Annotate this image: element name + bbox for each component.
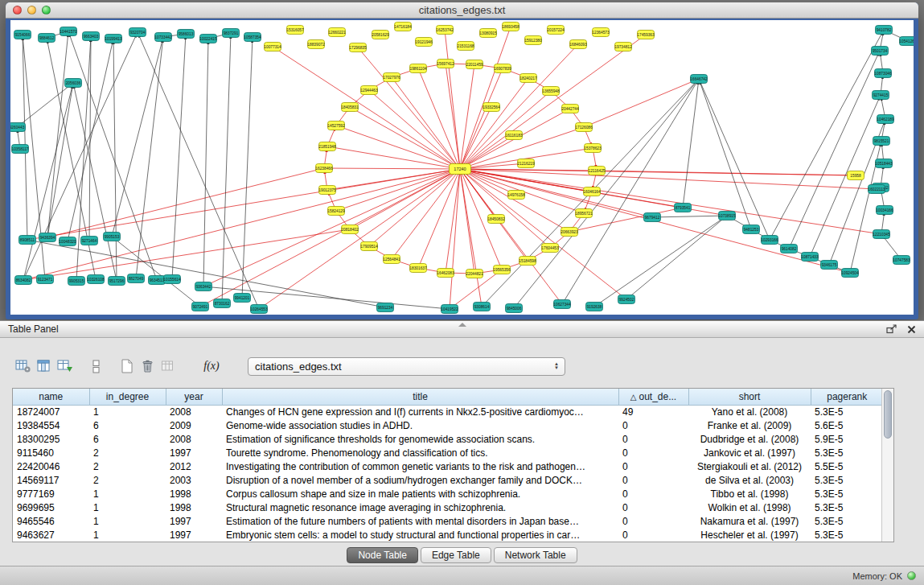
graph-edge[interactable] — [789, 51, 880, 249]
graph-node[interactable]: 10738915 — [718, 212, 736, 220]
graph-node[interactable]: 12364573 — [592, 28, 610, 37]
graph-edge[interactable] — [138, 32, 259, 309]
graph-node[interactable]: 15697412 — [437, 60, 454, 68]
graph-node[interactable]: 19121946 — [415, 38, 433, 47]
graph-node[interactable]: 9924502 — [618, 295, 635, 304]
graph-edge[interactable] — [392, 169, 460, 259]
graph-edge[interactable] — [683, 79, 699, 208]
function-builder-button[interactable]: f(x) — [198, 356, 225, 376]
graph-node[interactable]: 18240217 — [519, 74, 537, 83]
column-header-short[interactable]: short — [688, 389, 811, 405]
graph-edge[interactable] — [460, 169, 474, 274]
graph-node[interactable]: 10048320 — [59, 237, 76, 246]
graph-node[interactable]: 12210345 — [873, 230, 890, 239]
graph-node[interactable]: 9154066 — [14, 31, 31, 39]
graph-node[interactable]: 10077314 — [264, 43, 281, 51]
graph-node[interactable]: 9260443 — [10, 123, 26, 132]
graph-node[interactable]: 15316057 — [286, 26, 304, 35]
column-header-title[interactable]: title — [222, 389, 618, 405]
graph-edge[interactable] — [460, 169, 562, 304]
table-row[interactable]: 1872400712008Changes of HCN gene express… — [13, 405, 883, 418]
delete-table-button[interactable] — [137, 356, 158, 376]
graph-node[interactable]: 20663923 — [561, 228, 578, 237]
new-table-button[interactable] — [116, 356, 137, 376]
graph-node[interactable]: 16646742 — [690, 75, 708, 84]
table-row[interactable]: 1456911722003Disruption of a novel membe… — [13, 473, 883, 487]
graph-node[interactable]: 16022113 — [869, 185, 885, 194]
graph-node[interactable]: 15378623 — [584, 144, 602, 153]
graph-node[interactable]: 9308614 — [474, 303, 491, 311]
graph-node[interactable]: 9501734 — [872, 47, 889, 56]
graph-node[interactable]: 12116425 — [589, 167, 606, 175]
network-canvas[interactable]: 1724012116425160461641895672120663923176… — [10, 20, 914, 315]
graph-node[interactable]: 15184598 — [519, 257, 536, 266]
row-options-button[interactable] — [85, 356, 106, 376]
show-columns-button[interactable] — [34, 356, 55, 376]
graph-edge[interactable] — [445, 30, 460, 169]
graph-edge[interactable] — [652, 216, 727, 217]
graph-edge[interactable] — [273, 47, 460, 169]
memory-status-indicator[interactable] — [907, 571, 916, 580]
column-header-in_degree[interactable]: in_degree — [89, 389, 166, 405]
graph-node[interactable]: 10924504 — [841, 269, 859, 278]
graph-node[interactable]: 8908511 — [19, 236, 36, 245]
graph-node[interactable]: 9346175 — [821, 261, 838, 270]
graph-node[interactable]: 10034166 — [876, 206, 893, 215]
graph-node[interactable]: 15958 — [848, 171, 864, 180]
graph-node[interactable]: 16253742 — [436, 26, 454, 35]
graph-node[interactable]: 17126086 — [575, 123, 593, 132]
graph-node[interactable]: 9271464 — [81, 237, 98, 245]
graph-node[interactable]: 9815521 — [873, 137, 890, 146]
graph-node[interactable]: 14527592 — [327, 122, 345, 130]
graph-node[interactable]: 16116183 — [506, 131, 523, 140]
graph-hub-node[interactable]: 17240 — [450, 164, 471, 175]
graph-node[interactable]: 2056036 — [65, 79, 82, 88]
graph-node[interactable]: 18693458 — [502, 23, 519, 31]
graph-node[interactable]: 19734812 — [614, 43, 632, 51]
column-header-out_degree[interactable]: △out_de... — [618, 389, 688, 405]
graph-node[interactable]: 10022415 — [199, 35, 217, 43]
graph-node[interactable]: 9517296 — [109, 277, 125, 286]
graph-node[interactable]: 17604453 — [541, 244, 559, 253]
graph-edge[interactable] — [23, 83, 73, 280]
graph-node[interactable]: 9436394 — [39, 233, 56, 242]
graph-node[interactable]: 19565356 — [493, 266, 511, 274]
graph-node[interactable]: 9663403 — [83, 32, 100, 41]
graph-edge[interactable] — [242, 37, 253, 298]
graph-node[interactable]: 16046164 — [583, 187, 601, 196]
graph-node[interactable]: 13655948 — [542, 87, 560, 96]
graph-node[interactable]: 20157224 — [547, 26, 565, 35]
graph-edge[interactable] — [203, 39, 208, 286]
graph-edge[interactable] — [460, 169, 482, 307]
window-close-button[interactable] — [13, 6, 22, 14]
column-edit-button[interactable] — [55, 356, 76, 376]
table-settings-button[interactable] — [13, 356, 34, 376]
table-row[interactable]: 2242004622012Investigating the contribut… — [13, 459, 883, 473]
graph-node[interactable]: 13080915 — [479, 29, 497, 38]
graph-edge[interactable] — [460, 78, 528, 169]
graph-node[interactable]: 10358117 — [12, 145, 29, 154]
graph-node[interactable]: 16907839 — [494, 64, 511, 73]
graph-edge[interactable] — [27, 240, 385, 307]
graph-node[interactable]: 10199413 — [105, 35, 122, 43]
graph-node[interactable]: 21216219 — [517, 159, 535, 168]
graph-node[interactable]: 9410782 — [876, 26, 893, 35]
graph-node[interactable]: 8793541 — [675, 204, 692, 212]
graph-node[interactable]: 10155614 — [163, 275, 181, 284]
graph-node[interactable]: 18301637 — [409, 264, 427, 273]
graph-edge[interactable] — [446, 169, 460, 273]
tab-edge-table[interactable]: Edge Table — [421, 547, 491, 563]
graph-edge[interactable] — [336, 169, 460, 211]
graph-node[interactable]: 9192638 — [586, 303, 603, 311]
graph-edge[interactable] — [418, 68, 460, 169]
graph-node[interactable]: 9614082 — [781, 245, 798, 253]
graph-edge[interactable] — [770, 30, 884, 240]
graph-node[interactable]: 9884612 — [39, 34, 55, 43]
close-panel-button[interactable] — [907, 325, 916, 334]
graph-node[interactable]: 22044821 — [466, 270, 483, 278]
graph-node[interactable]: 10747583 — [893, 256, 910, 265]
graph-node[interactable]: 9905153 — [104, 233, 121, 241]
graph-node[interactable]: 15912380 — [524, 36, 542, 45]
graph-node[interactable]: 14976158 — [507, 191, 525, 200]
table-row[interactable]: 1830029562008Estimation of significance … — [13, 432, 883, 446]
